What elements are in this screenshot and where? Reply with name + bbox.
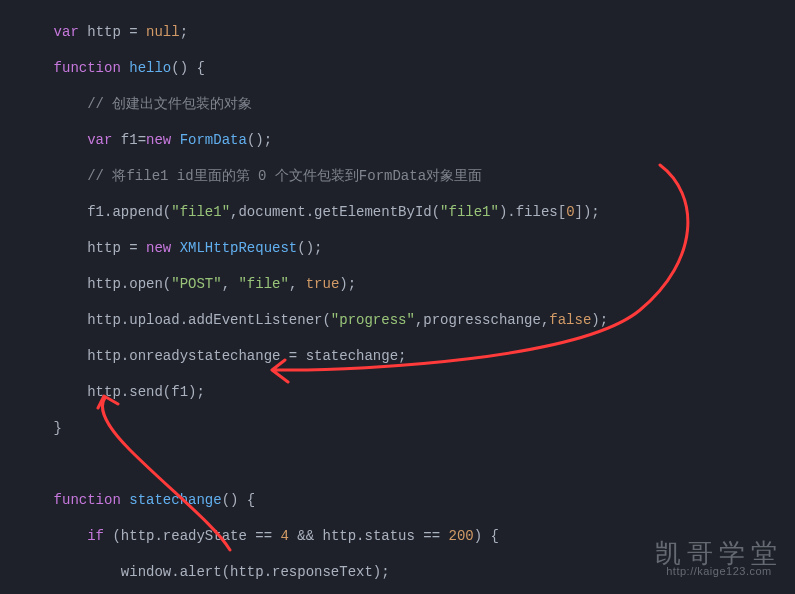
code-line: if (http.readyState == 4 && http.status … <box>20 527 608 545</box>
code-line: window.alert(http.responseText); <box>20 563 608 581</box>
code-editor: var http = null; function hello() { // 创… <box>0 0 795 594</box>
code-line: // 创建出文件包装的对象 <box>20 95 608 113</box>
code-line: } <box>20 419 608 437</box>
code-line: // 将file1 id里面的第 0 个文件包装到FormData对象里面 <box>20 167 608 185</box>
code-area: var http = null; function hello() { // 创… <box>12 0 608 594</box>
code-line: http.onreadystatechange = statechange; <box>20 347 608 365</box>
code-line: function hello() { <box>20 59 608 77</box>
code-line: http.upload.addEventListener("progress",… <box>20 311 608 329</box>
code-line: http = new XMLHttpRequest(); <box>20 239 608 257</box>
code-line: function statechange() { <box>20 491 608 509</box>
code-line: f1.append("file1",document.getElementByI… <box>20 203 608 221</box>
code-line: var http = null; <box>20 23 608 41</box>
code-line: http.open("POST", "file", true); <box>20 275 608 293</box>
code-line: var f1=new FormData(); <box>20 131 608 149</box>
code-line <box>20 455 608 473</box>
code-line: http.send(f1); <box>20 383 608 401</box>
line-number-gutter <box>0 0 12 594</box>
